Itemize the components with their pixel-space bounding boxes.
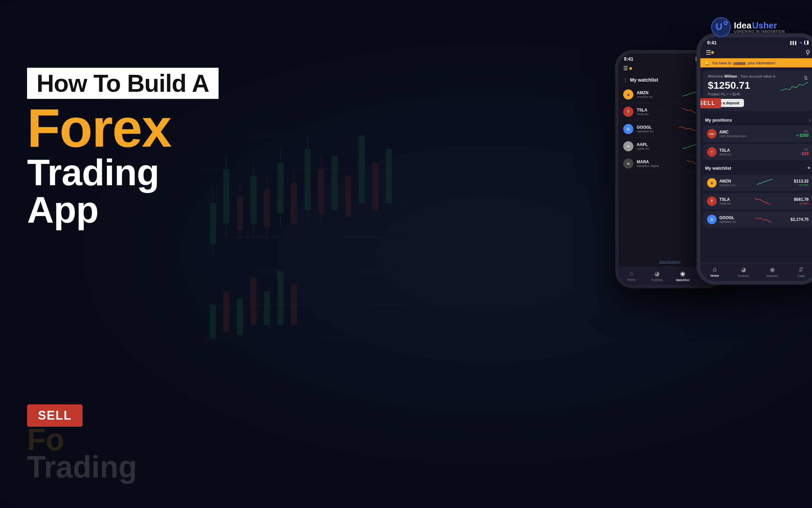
front-watch-tsla[interactable]: T TSLA Tesla Inc $681.79 -0.34% xyxy=(703,193,812,209)
back-amzn-name: Amazon Inc xyxy=(637,95,680,99)
back-googl-chart xyxy=(679,124,696,134)
watch-tsla-price: $681.79 xyxy=(794,197,809,202)
alert-bell-icon: 🔔 xyxy=(704,60,710,65)
svg-rect-32 xyxy=(210,305,216,339)
back-tsla-info: TSLA Tesla Inc xyxy=(637,108,680,116)
front-watch-googl[interactable]: G GOOGL Alphabet Inc $2,174.75 xyxy=(703,211,812,228)
watch-googl-chart xyxy=(755,215,771,224)
tsla-pos-right: P/L - $20 xyxy=(799,148,809,156)
watch-tsla-name: Tesla Inc xyxy=(719,202,731,205)
svg-rect-27 xyxy=(332,156,338,210)
front-status-icons: ▌▌▌ ∿ ▊ xyxy=(790,41,809,45)
svg-rect-36 xyxy=(264,291,270,325)
back-nav-home[interactable]: ⌂ Home xyxy=(618,270,644,282)
watch-tsla-logo: T xyxy=(707,196,717,206)
svg-point-49 xyxy=(725,22,727,24)
front-nav-watchlist-label: Watchlist xyxy=(766,274,778,278)
svg-rect-37 xyxy=(277,271,284,325)
back-nav-portfolio[interactable]: ◕ Portfolio xyxy=(644,270,670,282)
back-tsla-logo: T xyxy=(623,107,633,117)
front-menu-icon[interactable]: ☰ xyxy=(706,49,711,56)
front-nav-portfolio-label: Portfolio xyxy=(738,274,749,278)
front-nav-watchlist[interactable]: ◉ Watchlist xyxy=(758,266,787,278)
watch-tsla-left: T TSLA Tesla Inc xyxy=(707,196,731,206)
front-bottom-nav: ⌂ Home ◕ Portfolio ◉ Watchlist ⇵ Trade xyxy=(700,263,812,281)
logo-tagline: USHERING IN INNOVATION xyxy=(734,30,785,34)
svg-rect-24 xyxy=(318,169,324,213)
watermark: Fo Trading xyxy=(27,426,137,481)
front-positions-title: My positions xyxy=(705,118,732,123)
back-mara-ticker: MARA xyxy=(637,160,684,164)
svg-rect-6 xyxy=(237,196,243,230)
back-googl-ticker: GOOGL xyxy=(637,125,676,130)
welcome-name: William xyxy=(724,74,737,78)
logo: U Idea Usher USHERING IN INNOVATION xyxy=(711,17,785,37)
watch-googl-mid xyxy=(736,215,791,224)
tsla-pos-left: T TSLA Tesla Inc xyxy=(707,147,731,157)
back-nav-home-label: Home xyxy=(627,278,635,281)
phone-front: SELL 9:41 ▌▌▌ ∿ ▊ ☰ ⚲ 🔔 You h xyxy=(697,34,812,284)
logo-usher: Usher xyxy=(752,21,777,30)
watch-googl-name: Alphabet Inc xyxy=(719,220,736,224)
front-search-icon[interactable]: ⚲ xyxy=(806,49,810,56)
watch-googl-info: GOOGL Alphabet Inc xyxy=(719,215,736,224)
front-positions-arrow: › xyxy=(809,117,811,123)
front-nav-portfolio[interactable]: ◕ Portfolio xyxy=(729,266,758,278)
svg-rect-33 xyxy=(223,291,229,332)
amc-info: AMC AMC Entertainment xyxy=(719,130,746,138)
tsla-pos-info: TSLA Tesla Inc xyxy=(719,148,731,156)
svg-rect-31 xyxy=(386,149,392,203)
svg-rect-34 xyxy=(237,298,243,335)
back-tsla-ticker: TSLA xyxy=(637,108,680,112)
amc-pos-left: amc AMC AMC Entertainment xyxy=(707,129,746,139)
front-watchlist-plus[interactable]: + xyxy=(807,165,811,172)
watch-tsla-chart xyxy=(754,196,771,206)
watermark-line1: Fo xyxy=(27,426,137,453)
watch-amzn-left: a AMZN Amazon Inc xyxy=(707,178,736,188)
watch-googl-logo: G xyxy=(707,215,717,224)
svg-rect-35 xyxy=(250,278,256,325)
back-status-time: 9:41 xyxy=(624,56,633,62)
back-amzn-info: AMZN Amazon Inc xyxy=(637,90,680,99)
alert-text: You have to xyxy=(712,61,731,65)
back-mara-info: MARA Marathon Digital xyxy=(637,160,684,168)
watch-amzn-change: +9.77% xyxy=(794,184,809,187)
front-position-tsla[interactable]: T TSLA Tesla Inc P/L - $20 xyxy=(703,144,812,160)
svg-text:U: U xyxy=(716,21,722,32)
front-signal-icon: ▌▌▌ xyxy=(790,41,797,45)
front-position-amc[interactable]: amc AMC AMC Entertainment P/L + $260 xyxy=(703,126,812,142)
back-googl-logo: G xyxy=(623,124,633,134)
watch-googl-price: $2,174.75 xyxy=(791,217,809,222)
front-nav-trade[interactable]: ⇵ Trade xyxy=(787,266,812,278)
front-watch-amzn[interactable]: a AMZN Amazon Inc $113.22 +9.77% xyxy=(703,175,812,191)
front-battery-icon: ▊ xyxy=(804,41,809,45)
logo-text-group: Idea Usher USHERING IN INNOVATION xyxy=(734,21,785,34)
tsla-pos-ticker: TSLA xyxy=(719,148,731,153)
back-aapl-logo: ⌖ xyxy=(623,141,633,151)
back-nav-watchlist[interactable]: ◉ Watchlist xyxy=(670,270,696,282)
amc-pl-label: P/L xyxy=(796,130,809,133)
left-content: How To Build A Forex Trading App xyxy=(27,68,230,228)
front-nav-home[interactable]: ⌂ Home xyxy=(700,266,729,278)
back-watchlist-icon: ◉ xyxy=(680,270,685,277)
back-tsla-name: Tesla Inc xyxy=(637,112,680,116)
watch-tsla-change: -0.34% xyxy=(794,202,809,205)
watch-tsla-mid xyxy=(731,196,794,206)
svg-rect-28 xyxy=(345,176,351,217)
svg-rect-15 xyxy=(277,163,284,213)
logo-idea: Idea xyxy=(734,21,751,30)
back-googl-name: Alphabet Inc xyxy=(637,130,676,133)
phone-front-screen: 9:41 ▌▌▌ ∿ ▊ ☰ ⚲ 🔔 You have to update yo… xyxy=(700,37,812,281)
back-amzn-logo: a xyxy=(623,89,633,100)
back-menu-icon[interactable]: ☰ xyxy=(623,65,628,71)
alert-link[interactable]: update xyxy=(734,61,746,65)
headline-line2: Forex xyxy=(27,102,230,154)
amc-name: AMC Entertainment xyxy=(719,134,746,138)
front-status-bar: 9:41 ▌▌▌ ∿ ▊ xyxy=(700,37,812,47)
watch-googl-ticker: GOOGL xyxy=(719,215,736,220)
front-positions-header: My positions › xyxy=(700,114,812,125)
watch-tsla-right: $681.79 -0.34% xyxy=(794,197,809,205)
back-watchlist-title: My watchlist xyxy=(630,77,658,83)
front-portfolio-icon: ◕ xyxy=(741,266,746,273)
front-watchlist-header: My watchlist + xyxy=(700,161,812,174)
